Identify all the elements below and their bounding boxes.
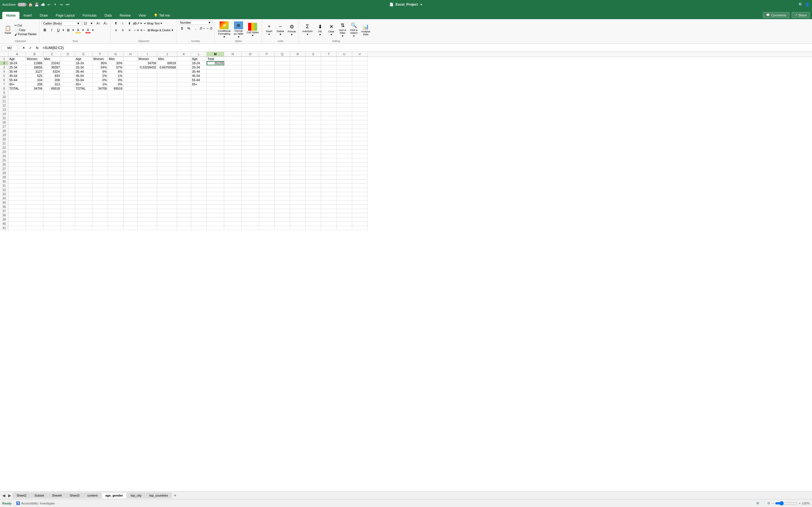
cell-E23[interactable] <box>75 150 93 154</box>
cell-D2[interactable] <box>61 61 75 65</box>
cell-D14[interactable] <box>61 112 75 116</box>
row-number-27[interactable]: 27 <box>0 167 8 171</box>
cell-O35[interactable] <box>242 201 259 205</box>
cell-R11[interactable] <box>290 99 306 103</box>
cell-H14[interactable] <box>123 112 138 116</box>
cell-G11[interactable] <box>108 99 123 103</box>
cell-M16[interactable] <box>207 120 224 124</box>
cell-H27[interactable] <box>123 167 138 171</box>
cell-A35[interactable] <box>8 201 26 205</box>
row-number-13[interactable]: 13 <box>0 108 8 112</box>
cell-T37[interactable] <box>321 209 337 213</box>
tab-view[interactable]: View <box>135 12 150 19</box>
cell-A40[interactable] <box>8 222 26 226</box>
italic-button[interactable]: I <box>49 27 55 33</box>
cell-N25[interactable] <box>224 158 242 163</box>
cell-N33[interactable] <box>224 192 242 196</box>
cell-V37[interactable] <box>352 209 368 213</box>
cell-reference-box[interactable]: M2 <box>1 45 18 50</box>
cell-L29[interactable] <box>191 175 207 179</box>
cell-F4[interactable]: 9% <box>93 69 108 74</box>
cell-M11[interactable] <box>207 99 224 103</box>
cell-T39[interactable] <box>321 217 337 222</box>
cell-O4[interactable] <box>242 69 259 74</box>
cell-R41[interactable] <box>290 226 306 230</box>
cell-O36[interactable] <box>242 205 259 209</box>
cell-A6[interactable]: 55-64 <box>8 78 26 82</box>
cell-B38[interactable] <box>26 213 43 217</box>
cell-P1[interactable] <box>259 57 274 61</box>
cell-G35[interactable] <box>108 201 123 205</box>
row-number-25[interactable]: 25 <box>0 158 8 163</box>
cell-N2[interactable] <box>224 61 242 65</box>
cell-V35[interactable] <box>352 201 368 205</box>
cell-U17[interactable] <box>337 124 352 129</box>
cell-R24[interactable] <box>290 154 306 158</box>
cell-T28[interactable] <box>321 171 337 175</box>
cell-B17[interactable] <box>26 124 43 129</box>
cell-G15[interactable] <box>108 116 123 120</box>
cell-H16[interactable] <box>123 120 138 124</box>
cell-U19[interactable] <box>337 133 352 137</box>
cell-L17[interactable] <box>191 124 207 129</box>
cell-J41[interactable] <box>157 226 177 230</box>
cell-R7[interactable] <box>290 82 306 87</box>
cell-Q10[interactable] <box>274 95 290 99</box>
cell-K8[interactable] <box>177 87 191 91</box>
cell-P36[interactable] <box>259 205 274 209</box>
cell-Q13[interactable] <box>274 108 290 112</box>
cell-C5[interactable]: 834 <box>43 74 61 78</box>
cell-E26[interactable] <box>75 163 93 167</box>
cell-F3[interactable]: 54% <box>93 65 108 69</box>
cell-T25[interactable] <box>321 158 337 163</box>
tab-page-layout[interactable]: Page Layout <box>52 12 79 19</box>
cell-P3[interactable] <box>259 65 274 69</box>
cell-J21[interactable] <box>157 142 177 146</box>
cell-H3[interactable] <box>123 65 138 69</box>
cell-P17[interactable] <box>259 124 274 129</box>
cell-K27[interactable] <box>177 167 191 171</box>
cell-G39[interactable] <box>108 217 123 222</box>
row-number-24[interactable]: 24 <box>0 154 8 158</box>
cell-U14[interactable] <box>337 112 352 116</box>
cell-P13[interactable] <box>259 108 274 112</box>
cell-B32[interactable] <box>26 188 43 192</box>
cell-N31[interactable] <box>224 184 242 188</box>
cell-F33[interactable] <box>93 192 108 196</box>
cell-A36[interactable] <box>8 205 26 209</box>
row-number-36[interactable]: 36 <box>0 205 8 209</box>
cell-H23[interactable] <box>123 150 138 154</box>
cell-H30[interactable] <box>123 179 138 184</box>
cell-G22[interactable] <box>108 146 123 150</box>
cell-R10[interactable] <box>290 95 306 99</box>
align-bottom-button[interactable]: ⬇ <box>126 20 133 26</box>
cell-J25[interactable] <box>157 158 177 163</box>
cell-C25[interactable] <box>43 158 61 163</box>
cell-G36[interactable] <box>108 205 123 209</box>
cell-O21[interactable] <box>242 142 259 146</box>
cell-S20[interactable] <box>306 137 321 142</box>
cell-F28[interactable] <box>93 171 108 175</box>
cell-E6[interactable]: 55-64 <box>75 78 93 82</box>
cell-F39[interactable] <box>93 217 108 222</box>
cell-P39[interactable] <box>259 217 274 222</box>
cell-V13[interactable] <box>352 108 368 112</box>
cell-R27[interactable] <box>290 167 306 171</box>
cell-E38[interactable] <box>75 213 93 217</box>
cell-G37[interactable] <box>108 209 123 213</box>
cell-D27[interactable] <box>61 167 75 171</box>
cell-K19[interactable] <box>177 133 191 137</box>
cell-C32[interactable] <box>43 188 61 192</box>
cell-O15[interactable] <box>242 116 259 120</box>
cell-J27[interactable] <box>157 167 177 171</box>
cell-M40[interactable] <box>207 222 224 226</box>
cell-E31[interactable] <box>75 184 93 188</box>
cell-L28[interactable] <box>191 171 207 175</box>
cell-E12[interactable] <box>75 103 93 108</box>
cell-S33[interactable] <box>306 192 321 196</box>
cell-A13[interactable] <box>8 108 26 112</box>
cell-V33[interactable] <box>352 192 368 196</box>
cell-T15[interactable] <box>321 116 337 120</box>
insert-function-button[interactable]: fx <box>34 45 40 51</box>
col-header-l[interactable]: L <box>191 52 207 57</box>
